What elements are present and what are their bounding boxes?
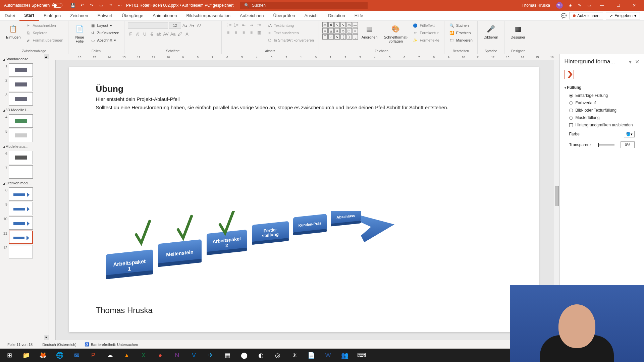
ribbon-display-icon[interactable]: ▭ bbox=[587, 3, 591, 8]
qat-overflow-icon[interactable]: ⋯ bbox=[117, 2, 123, 8]
shape-brace2-icon[interactable]: } bbox=[346, 34, 352, 40]
bold-icon[interactable]: F bbox=[128, 31, 134, 37]
case-icon[interactable]: Aa bbox=[170, 31, 176, 37]
checkbox-hide-graphics[interactable]: Hintergrundgrafiken ausblenden bbox=[565, 121, 639, 129]
radio-pattern-fill[interactable]: Musterfüllung bbox=[565, 114, 639, 121]
app-icon[interactable]: 📄 bbox=[303, 349, 319, 362]
user-avatar-icon[interactable]: TH bbox=[556, 2, 563, 9]
shape-hex-icon[interactable]: ⬡ bbox=[346, 28, 352, 34]
tab-dictation[interactable]: Dictation bbox=[323, 11, 350, 21]
telegram-icon[interactable]: ✈ bbox=[203, 349, 219, 362]
terminal-icon[interactable]: ⌨ bbox=[354, 349, 370, 362]
author-name[interactable]: Thomas Hruska bbox=[96, 306, 153, 315]
italic-icon[interactable]: K bbox=[135, 31, 141, 37]
pen-icon[interactable]: ✎ bbox=[578, 3, 581, 8]
start-button[interactable]: ⊞ bbox=[1, 349, 17, 362]
thumbnail-4[interactable]: 4 bbox=[2, 114, 47, 128]
shadow-icon[interactable]: ab bbox=[156, 31, 162, 37]
section-header[interactable]: Grafiken mod... bbox=[2, 180, 47, 186]
toggle-switch-icon[interactable] bbox=[52, 3, 62, 8]
shape-connector-icon[interactable]: ⤷ bbox=[334, 34, 340, 40]
font-size-input[interactable] bbox=[169, 22, 181, 29]
shape-textbox-icon[interactable]: A bbox=[328, 22, 334, 27]
dictate-button[interactable]: 🎤 Diktieren bbox=[481, 22, 501, 41]
shape-oval-icon[interactable]: ○ bbox=[322, 28, 328, 34]
tab-entwurf[interactable]: Entwurf bbox=[93, 11, 117, 21]
bullets-icon[interactable]: ⋮≡ bbox=[225, 22, 232, 28]
project-arrow-graphic[interactable]: Arbeitspaket1 Meilenstein Arbeitspaket2 … bbox=[103, 211, 394, 285]
section-header[interactable]: Modelle aus... bbox=[2, 143, 47, 150]
shape-diamond-icon[interactable]: ◇ bbox=[340, 28, 346, 34]
thumbnail-7[interactable]: 7 bbox=[2, 165, 47, 179]
present-icon[interactable]: ▭ bbox=[98, 2, 104, 8]
align-center-icon[interactable]: ≡ bbox=[233, 29, 239, 36]
search-bar[interactable]: 🔍 bbox=[240, 2, 368, 9]
radio-picture-fill[interactable]: Bild- oder Texturfüllung bbox=[565, 107, 639, 114]
quick-styles-button[interactable]: 🎨 Schnellformat- vorlagen bbox=[381, 22, 411, 45]
shape-rect2-icon[interactable]: ▭ bbox=[346, 22, 352, 27]
file-explorer-icon[interactable]: 📁 bbox=[18, 349, 34, 362]
transparency-slider[interactable] bbox=[598, 144, 614, 145]
powerpoint-icon[interactable]: P bbox=[85, 349, 101, 362]
thumbnail-10[interactable]: 10 bbox=[2, 216, 47, 230]
tab-uebergaenge[interactable]: Übergänge bbox=[117, 11, 148, 21]
teams-icon[interactable]: 👥 bbox=[337, 349, 353, 362]
layout-button[interactable]: ▦Layout▾ bbox=[89, 22, 121, 29]
thumbnail-11[interactable]: 11 bbox=[2, 231, 47, 244]
increase-font-icon[interactable]: A▴ bbox=[182, 22, 188, 28]
new-slide-button[interactable]: 📄 Neue Folie bbox=[72, 22, 88, 45]
shape-tri-icon[interactable]: △ bbox=[328, 28, 334, 34]
slide-canvas[interactable]: Übung Hier entsteht dein Projekt-Ablauf-… bbox=[69, 67, 539, 332]
tab-aufzeichnen[interactable]: Aufzeichnen bbox=[235, 11, 269, 21]
slide-text-line2[interactable]: Solltest du eine Herausforderung haben, … bbox=[96, 104, 512, 111]
color-picker-button[interactable]: 🪣▾ bbox=[624, 131, 635, 137]
app-icon[interactable]: ▦ bbox=[219, 349, 235, 362]
auto-save-toggle[interactable]: Automatisches Speichern bbox=[0, 3, 66, 8]
coming-soon-icon[interactable]: ◈ bbox=[569, 3, 572, 8]
text-direction-button[interactable]: ↕ATextrichtung bbox=[266, 22, 315, 29]
accessibility-status[interactable]: ♿Barrierefreiheit: Untersuchen bbox=[80, 342, 142, 347]
search-input[interactable] bbox=[252, 3, 364, 8]
tab-start[interactable]: Start bbox=[19, 11, 39, 21]
pane-close-icon[interactable]: ✕ bbox=[635, 59, 639, 65]
shape-star-icon[interactable]: ☆ bbox=[353, 28, 358, 34]
format-painter-button[interactable]: 🖌Format übertragen bbox=[24, 37, 64, 44]
vscode-icon[interactable]: V bbox=[186, 349, 202, 362]
thumbnail-1[interactable]: 1 bbox=[2, 63, 47, 77]
shape-arrow-icon[interactable]: ↘ bbox=[340, 22, 346, 27]
copy-button[interactable]: ⎘Kopieren bbox=[24, 29, 64, 36]
shape-outline-button[interactable]: ✏Formkontur bbox=[411, 29, 441, 36]
user-name-label[interactable]: Thomas Hruska bbox=[522, 3, 550, 8]
font-color-icon[interactable]: A bbox=[184, 31, 190, 37]
decrease-font-icon[interactable]: A▾ bbox=[189, 22, 195, 28]
onenote-icon[interactable]: N bbox=[169, 349, 185, 362]
shape-arrow2-icon[interactable]: ⇨ bbox=[334, 28, 340, 34]
line-spacing-icon[interactable]: ↕≡ bbox=[256, 22, 263, 28]
redo-icon[interactable]: ↷ bbox=[89, 2, 95, 8]
cut-button[interactable]: ✂Ausschneiden bbox=[24, 22, 64, 29]
vertical-ruler[interactable] bbox=[49, 60, 56, 340]
align-right-icon[interactable]: ≡ bbox=[240, 29, 247, 36]
shapes-gallery[interactable]: ▭ A ＼ ↘ ▭ — ○ △ ⇨ ◇ ⬡ ☆ ⌒ ⌣ ⤷ { } ⋮ bbox=[322, 22, 358, 40]
thumbnail-2[interactable]: 2 bbox=[2, 78, 47, 91]
spacing-icon[interactable]: AV bbox=[163, 31, 169, 37]
chrome-icon[interactable]: 🌐 bbox=[52, 349, 68, 362]
section-header[interactable]: 3D Modelle i... bbox=[2, 107, 47, 113]
obs-icon[interactable]: ⬤ bbox=[236, 349, 252, 362]
section-button[interactable]: ▭Abschnitt▾ bbox=[89, 37, 121, 44]
highlight-icon[interactable]: 🖍 bbox=[177, 31, 183, 37]
radio-solid-fill[interactable]: Einfarbige Füllung bbox=[565, 92, 639, 99]
arrange-button[interactable]: ▦ Anordnen bbox=[359, 22, 380, 41]
scroll-up-icon[interactable]: ▲ bbox=[44, 54, 49, 59]
tab-einfuegen[interactable]: Einfügen bbox=[39, 11, 65, 21]
underline-icon[interactable]: U bbox=[142, 31, 148, 37]
slide-text-line1[interactable]: Hier entsteht dein Projekt-Ablauf-Pfeil bbox=[96, 96, 512, 103]
select-button[interactable]: ⬚Markieren bbox=[448, 37, 474, 44]
indent-dec-icon[interactable]: ⇤ bbox=[240, 22, 247, 28]
tab-ansicht[interactable]: Ansicht bbox=[300, 11, 324, 21]
close-button[interactable]: ✕ bbox=[629, 2, 639, 9]
app-icon[interactable]: ◎ bbox=[270, 349, 286, 362]
app-icon[interactable]: ☁ bbox=[102, 349, 118, 362]
slide-position[interactable]: Folie 11 von 18 bbox=[3, 343, 37, 347]
autocorrect-icon[interactable]: ᴬᵇ bbox=[107, 2, 113, 8]
